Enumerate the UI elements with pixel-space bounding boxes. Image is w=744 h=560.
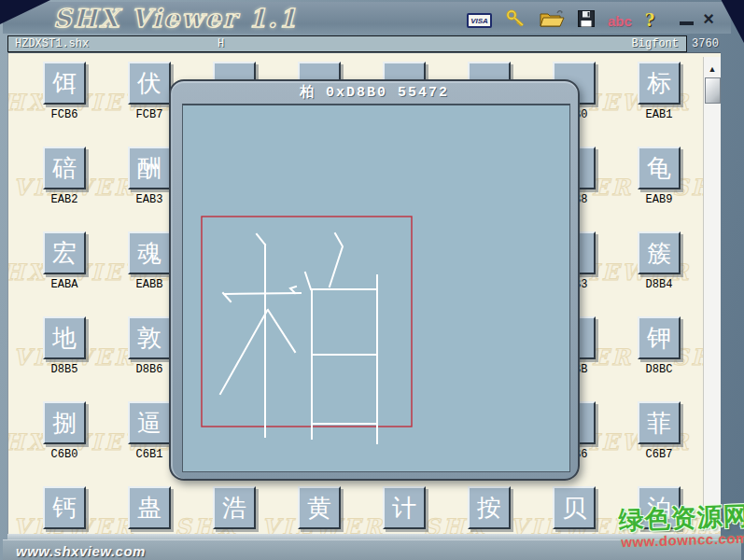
footer-bar: www.shxview.com bbox=[3, 539, 741, 560]
footer-website: www.shxview.com bbox=[16, 543, 146, 559]
glyph-drawing bbox=[183, 105, 569, 471]
glyph-stroke bbox=[257, 234, 265, 245]
glyph-cell[interactable]: 饵 bbox=[43, 62, 86, 105]
title-bar[interactable]: SHX Viewer 1.1 VISA bbox=[3, 2, 731, 34]
glyph-cell[interactable]: 黄 bbox=[298, 486, 341, 529]
glyph-char: 黄 bbox=[307, 496, 331, 520]
glyph-code-label: C6B0 bbox=[35, 448, 93, 461]
glyph-cell[interactable]: 按 bbox=[468, 486, 511, 529]
glyph-char: 钾 bbox=[647, 326, 671, 350]
glyph-preview-dialog: 柏 0xD8B0 55472 bbox=[169, 79, 580, 481]
font-type-label: Bigfont bbox=[632, 37, 679, 50]
glyph-grid-area: SHX VIEWER SHX VIEWER SHX VIEWER SHX VIE… bbox=[7, 52, 721, 534]
glyph-char: 菲 bbox=[647, 411, 671, 435]
minimize-button[interactable] bbox=[680, 21, 694, 25]
glyph-stroke bbox=[330, 233, 343, 287]
glyph-cell[interactable]: 浩 bbox=[213, 486, 256, 529]
status-bar: HZDXST1.shx H Bigfont 3760 bbox=[7, 35, 723, 52]
glyph-cell[interactable]: 捌 bbox=[43, 401, 86, 444]
glyph-cell[interactable]: 标 bbox=[638, 62, 681, 105]
glyph-code-label: EABA bbox=[35, 278, 93, 291]
glyph-cell[interactable]: 伏 bbox=[128, 62, 171, 105]
visa-card-icon[interactable]: VISA bbox=[467, 13, 492, 28]
glyph-bounding-box bbox=[202, 217, 412, 427]
glyph-stroke bbox=[268, 310, 295, 352]
glyph-char: 宏 bbox=[52, 241, 77, 265]
watermark-text: SHX VIEWER SHX VIEWER SHX VIEWER SHX VIE… bbox=[7, 513, 721, 534]
glyph-stroke bbox=[290, 287, 296, 293]
window-buttons: × bbox=[680, 7, 714, 30]
glyph-char: 贝 bbox=[562, 496, 586, 520]
open-folder-icon[interactable] bbox=[539, 9, 565, 32]
glyph-canvas bbox=[182, 104, 570, 472]
glyph-char: 簇 bbox=[647, 241, 671, 265]
glyph-cell[interactable]: 宏 bbox=[43, 231, 86, 274]
glyph-char: 标 bbox=[647, 71, 671, 95]
status-panel: HZDXST1.shx H Bigfont bbox=[7, 35, 687, 52]
glyph-char: 地 bbox=[52, 326, 77, 350]
glyph-char: 碚 bbox=[52, 156, 77, 180]
glyph-char: 捌 bbox=[52, 411, 77, 435]
scrollbar-thumb[interactable] bbox=[705, 77, 721, 104]
glyph-char: 蛊 bbox=[137, 496, 161, 520]
glyph-cell[interactable]: 碚 bbox=[43, 147, 86, 189]
glyph-char: 魂 bbox=[137, 241, 161, 265]
glyph-stroke bbox=[305, 273, 311, 289]
glyph-cell[interactable]: 敦 bbox=[128, 316, 171, 359]
glyph-cell[interactable]: 地 bbox=[43, 316, 86, 359]
glyph-cell[interactable]: 魂 bbox=[128, 231, 171, 274]
glyph-code-label: FCB6 bbox=[35, 108, 93, 121]
help-icon[interactable]: ? bbox=[645, 12, 655, 29]
glyph-cell[interactable]: 龟 bbox=[638, 147, 681, 189]
glyph-char: 酬 bbox=[137, 156, 161, 180]
glyph-char: 饵 bbox=[52, 71, 77, 95]
glyph-char: 计 bbox=[392, 496, 416, 520]
close-button[interactable]: × bbox=[703, 9, 714, 28]
glyph-cell[interactable]: 计 bbox=[383, 486, 426, 529]
glyph-cell[interactable]: 簇 bbox=[638, 231, 681, 274]
vertical-scrollbar[interactable]: ▲ ▼ bbox=[703, 57, 721, 531]
glyph-stroke bbox=[224, 293, 301, 294]
glyph-cell[interactable]: 酬 bbox=[128, 147, 171, 189]
glyph-code-label: EAB2 bbox=[35, 193, 93, 206]
glyph-code-label: D8B4 bbox=[630, 278, 688, 291]
visa-label: VISA bbox=[470, 17, 488, 25]
glyph-char: 逼 bbox=[137, 411, 161, 435]
glyph-code-label: EAB9 bbox=[630, 193, 688, 206]
glyph-cell[interactable]: 钾 bbox=[638, 316, 681, 359]
scroll-up-icon[interactable]: ▲ bbox=[704, 64, 721, 74]
glyph-cell[interactable]: 泊 bbox=[638, 486, 681, 529]
glyph-code-label: C6B7 bbox=[630, 448, 688, 461]
key-icon[interactable] bbox=[505, 9, 526, 33]
toolbar: VISA abc ? bbox=[467, 11, 654, 30]
char-indicator: H bbox=[218, 37, 224, 50]
glyph-cell[interactable]: 贝 bbox=[553, 486, 596, 529]
app-title: SHX Viewer 1.1 bbox=[53, 4, 298, 33]
glyph-code-label: D8B5 bbox=[35, 363, 93, 376]
glyph-char: 钙 bbox=[52, 496, 77, 520]
glyph-count: 3760 bbox=[687, 35, 723, 52]
glyph-cell[interactable]: 逼 bbox=[128, 401, 171, 444]
abc-icon[interactable]: abc bbox=[608, 14, 632, 28]
glyph-char: 泊 bbox=[647, 496, 671, 520]
dialog-title[interactable]: 柏 0xD8B0 55472 bbox=[171, 81, 578, 102]
glyph-char: 敦 bbox=[137, 326, 161, 350]
save-icon[interactable] bbox=[578, 10, 595, 31]
glyph-char: 按 bbox=[477, 496, 501, 520]
glyph-cell[interactable]: 钙 bbox=[43, 486, 86, 529]
glyph-code-label: EAB1 bbox=[630, 108, 688, 121]
glyph-cell[interactable]: 菲 bbox=[638, 401, 681, 444]
glyph-char: 伏 bbox=[137, 71, 161, 95]
scroll-down-icon[interactable]: ▼ bbox=[704, 518, 721, 527]
glyph-stroke bbox=[220, 311, 267, 394]
glyph-char: 龟 bbox=[647, 156, 671, 180]
glyph-code-label: D8BC bbox=[630, 363, 688, 376]
glyph-char: 浩 bbox=[222, 496, 246, 520]
loaded-filename: HZDXST1.shx bbox=[15, 37, 89, 50]
glyph-cell[interactable]: 蛊 bbox=[128, 486, 171, 529]
